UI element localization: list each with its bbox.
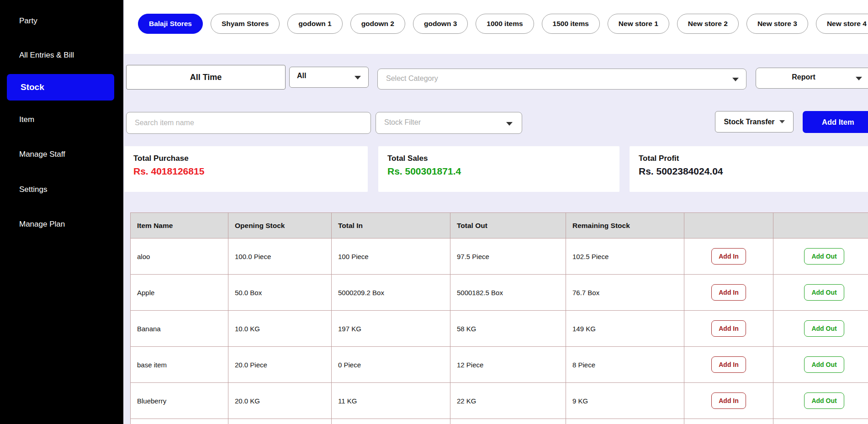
type-filter-value: All [297, 72, 306, 80]
category-dropdown[interactable]: Select Category [377, 69, 746, 90]
cell-item-name: base item [131, 347, 228, 383]
total-profit-card: Total Profit Rs. 5002384024.04 [630, 146, 868, 192]
store-tab-1000-items[interactable]: 1000 items [476, 14, 534, 34]
sidebar: PartyAll Entries & BillStockItemManage S… [0, 0, 123, 424]
type-filter-dropdown[interactable]: All [289, 67, 369, 88]
add-item-button[interactable]: Add Item [803, 111, 868, 133]
chevron-down-icon [732, 78, 739, 81]
cell-empty [332, 419, 450, 424]
cell-remaining-stock: 9 KG [566, 383, 684, 419]
add-out-button[interactable]: Add Out [804, 392, 844, 409]
table-row: Apple50.0 Box5000209.2 Box5000182.5 Box7… [131, 275, 868, 311]
store-tab-new-store-1[interactable]: New store 1 [608, 14, 669, 34]
report-label: Report [756, 73, 851, 81]
stock-transfer-label: Stock Transfer [724, 118, 774, 126]
cell-total-out: 12 Piece [450, 347, 566, 383]
chevron-down-icon [506, 122, 513, 126]
cell-item-name: aloo [131, 238, 228, 275]
store-tab-1500-items[interactable]: 1500 items [542, 14, 600, 34]
stock-table: Item Name Opening Stock Total In Total O… [130, 212, 868, 424]
stock-filter-placeholder: Stock Filter [384, 118, 421, 127]
add-in-button[interactable]: Add In [711, 248, 746, 265]
cell-item-name: Blueberry [131, 383, 228, 419]
sidebar-item-settings[interactable]: Settings [19, 185, 47, 194]
cell-empty [566, 419, 684, 424]
sidebar-item-all-entries-bill[interactable]: All Entries & Bill [19, 51, 74, 60]
cell-opening-stock: 50.0 Box [228, 275, 332, 311]
sidebar-item-item[interactable]: Item [19, 115, 34, 124]
chevron-down-icon [355, 76, 361, 80]
store-tab-new-store-2[interactable]: New store 2 [677, 14, 739, 34]
cell-add-in: Add In [684, 383, 773, 419]
cell-total-in: 100 Piece [332, 238, 450, 275]
add-out-button[interactable]: Add Out [804, 356, 844, 373]
cell-empty [450, 419, 566, 424]
add-in-button[interactable]: Add In [711, 320, 746, 337]
chevron-down-icon [856, 77, 862, 80]
total-profit-value: Rs. 5002384024.04 [639, 166, 868, 177]
add-out-button[interactable]: Add Out [804, 320, 844, 337]
cell-total-in: 0 Piece [332, 347, 450, 383]
total-purchase-value: Rs. 4018126815 [133, 166, 368, 177]
cell-add-out: Add Out [773, 311, 868, 347]
cell-add-in: Add In [684, 238, 773, 275]
sidebar-item-manage-staff[interactable]: Manage Staff [19, 150, 65, 159]
cell-total-in: 5000209.2 Box [332, 275, 450, 311]
store-tab-godown-3[interactable]: godown 3 [413, 14, 468, 34]
table-row: aloo100.0 Piece100 Piece97.5 Piece102.5 … [131, 238, 868, 275]
table-row-partial [131, 419, 868, 424]
total-sales-value: Rs. 500301871.4 [387, 166, 619, 177]
cell-item-name: Apple [131, 275, 228, 311]
cell-total-out: 58 KG [450, 311, 566, 347]
store-tab-godown-1[interactable]: godown 1 [287, 14, 342, 34]
store-tab-shyam-stores[interactable]: Shyam Stores [211, 14, 280, 34]
store-tabs: Balaji StoresShyam Storesgodown 1godown … [138, 14, 868, 34]
search-input[interactable] [126, 112, 371, 134]
cell-empty [131, 419, 228, 424]
cell-total-out: 97.5 Piece [450, 238, 566, 275]
store-tab-new-store-4[interactable]: New store 4 [816, 14, 868, 34]
cell-item-name: Banana [131, 311, 228, 347]
add-in-button[interactable]: Add In [711, 284, 746, 301]
cell-remaining-stock: 76.7 Box [566, 275, 684, 311]
cell-remaining-stock: 8 Piece [566, 347, 684, 383]
total-purchase-card: Total Purchase Rs. 4018126815 [124, 146, 368, 192]
cell-add-out: Add Out [773, 275, 868, 311]
store-tab-new-store-3[interactable]: New store 3 [746, 14, 808, 34]
add-in-button[interactable]: Add In [711, 392, 746, 409]
cell-add-in: Add In [684, 347, 773, 383]
column-header-add-out [773, 213, 868, 238]
add-out-button[interactable]: Add Out [804, 248, 844, 265]
chevron-down-icon [779, 120, 785, 123]
time-range-button[interactable]: All Time [126, 65, 286, 90]
sidebar-item-stock[interactable]: Stock [7, 74, 114, 101]
cell-opening-stock: 100.0 Piece [228, 238, 332, 275]
cell-empty [773, 419, 868, 424]
cell-empty [684, 419, 773, 424]
report-dropdown[interactable]: Report [756, 68, 868, 89]
stock-transfer-button[interactable]: Stock Transfer [715, 111, 794, 132]
cell-add-in: Add In [684, 275, 773, 311]
cell-remaining-stock: 102.5 Piece [566, 238, 684, 275]
stock-filter-dropdown[interactable]: Stock Filter [376, 112, 522, 134]
column-header-total-in: Total In [332, 213, 450, 238]
stock-page: PartyAll Entries & BillStockItemManage S… [0, 0, 868, 424]
sidebar-item-party[interactable]: Party [19, 16, 37, 26]
category-placeholder: Select Category [386, 74, 438, 83]
add-out-button[interactable]: Add Out [804, 284, 844, 301]
cell-total-out: 5000182.5 Box [450, 275, 566, 311]
cell-add-out: Add Out [773, 238, 868, 275]
sidebar-item-manage-plan[interactable]: Manage Plan [19, 220, 65, 229]
cell-opening-stock: 20.0 KG [228, 383, 332, 419]
table-row: Banana10.0 KG197 KG58 KG149 KGAdd InAdd … [131, 311, 868, 347]
column-header-opening-stock: Opening Stock [228, 213, 332, 238]
total-purchase-label: Total Purchase [133, 154, 368, 163]
cell-total-out: 22 KG [450, 383, 566, 419]
cell-empty [228, 419, 332, 424]
add-in-button[interactable]: Add In [711, 356, 746, 373]
store-tab-balaji-stores[interactable]: Balaji Stores [138, 14, 203, 34]
store-tab-godown-2[interactable]: godown 2 [350, 14, 405, 34]
cell-total-in: 11 KG [332, 383, 450, 419]
store-tabs-bar: Balaji StoresShyam Storesgodown 1godown … [124, 0, 868, 54]
total-sales-label: Total Sales [387, 154, 619, 163]
